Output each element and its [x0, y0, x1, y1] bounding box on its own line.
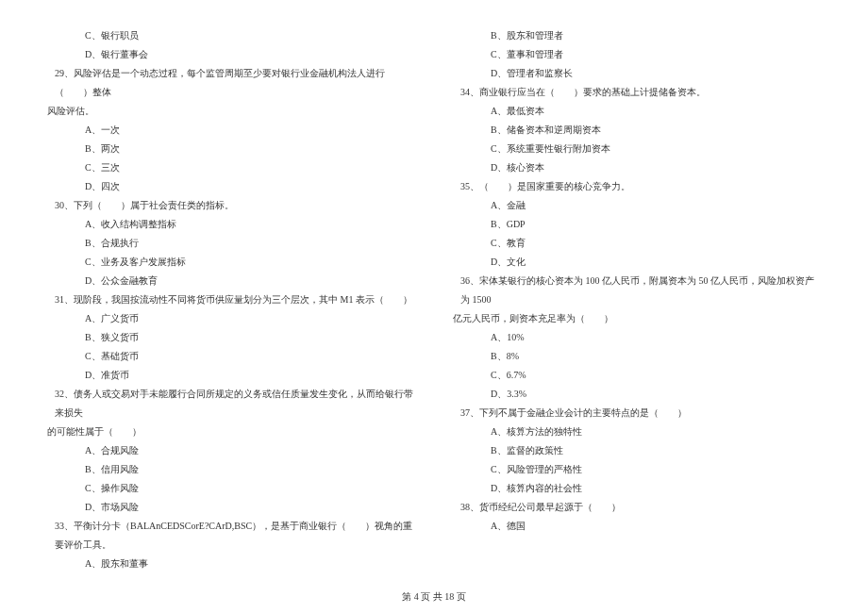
- option-34c: C、系统重要性银行附加资本: [453, 140, 821, 158]
- question-38: 38、货币经纪公司最早起源于（ ）: [453, 498, 821, 517]
- option-37d: D、核算内容的社会性: [453, 479, 821, 498]
- question-31: 31、现阶段，我国按流动性不同将货币供应量划分为三个层次，其中 M1 表示（ ）: [47, 290, 415, 309]
- option-29a: A、一次: [47, 121, 415, 140]
- option-29c: C、三次: [47, 158, 415, 177]
- option-36c: C、6.7%: [453, 366, 821, 385]
- option-32d: D、市场风险: [47, 498, 415, 517]
- option-32b: B、信用风险: [47, 460, 415, 479]
- option-30c: C、业务及客户发展指标: [47, 253, 415, 272]
- option-33d: D、管理者和监察长: [453, 64, 821, 83]
- option-35d: D、文化: [453, 253, 821, 272]
- question-29-cont: 风险评估。: [47, 102, 415, 121]
- question-32: 32、债务人或交易对手未能履行合同所规定的义务或信任质量发生变化，从而给银行带来…: [47, 385, 415, 422]
- option-36a: A、10%: [453, 328, 821, 347]
- question-29: 29、风险评估是一个动态过程，每个监管周期至少要对银行业金融机构法人进行（ ）整…: [47, 64, 415, 102]
- option-33b: B、股东和管理者: [453, 26, 821, 45]
- option-31c: C、基础货币: [47, 347, 415, 366]
- option-35c: C、教育: [453, 234, 821, 253]
- page-footer: 第 4 页 共 18 页: [0, 590, 868, 604]
- option-30d: D、公众金融教育: [47, 272, 415, 290]
- option-35b: B、GDP: [453, 215, 821, 234]
- question-35: 35、（ ）是国家重要的核心竞争力。: [453, 177, 821, 196]
- question-37: 37、下列不属于金融企业会计的主要特点的是（ ）: [453, 404, 821, 422]
- option-38a: A、德国: [453, 517, 821, 536]
- question-36-cont: 亿元人民币，则资本充足率为（ ）: [453, 309, 821, 328]
- option-28c: C、银行职员: [47, 26, 415, 45]
- option-30b: B、合规执行: [47, 234, 415, 253]
- option-30a: A、收入结构调整指标: [47, 215, 415, 234]
- option-37a: A、核算方法的独特性: [453, 422, 821, 441]
- question-30: 30、下列（ ）属于社会责任类的指标。: [47, 196, 415, 215]
- option-31d: D、准货币: [47, 366, 415, 385]
- option-31b: B、狭义货币: [47, 328, 415, 347]
- option-35a: A、金融: [453, 196, 821, 215]
- option-36b: B、8%: [453, 347, 821, 366]
- option-34b: B、储备资本和逆周期资本: [453, 121, 821, 140]
- option-33c: C、董事和管理者: [453, 45, 821, 64]
- option-31a: A、广义货币: [47, 309, 415, 328]
- option-34a: A、最低资本: [453, 102, 821, 121]
- option-28d: D、银行董事会: [47, 45, 415, 64]
- question-32-cont: 的可能性属于（ ）: [47, 422, 415, 441]
- option-32c: C、操作风险: [47, 479, 415, 498]
- question-36: 36、宋体某银行的核心资本为 100 亿人民币，附属资本为 50 亿人民币，风险…: [453, 272, 821, 309]
- option-29b: B、两次: [47, 140, 415, 158]
- option-32a: A、合规风险: [47, 441, 415, 460]
- question-34: 34、商业银行应当在（ ）要求的基础上计提储备资本。: [453, 83, 821, 102]
- option-37b: B、监督的政策性: [453, 441, 821, 460]
- option-37c: C、风险管理的严格性: [453, 460, 821, 479]
- option-36d: D、3.3%: [453, 385, 821, 404]
- right-column: B、股东和管理者 C、董事和管理者 D、管理者和监察长 34、商业银行应当在（ …: [453, 26, 821, 573]
- option-34d: D、核心资本: [453, 158, 821, 177]
- option-33a: A、股东和董事: [47, 555, 415, 573]
- question-33: 33、平衡计分卡（BALAnCEDSCorE?CArD,BSC），是基于商业银行…: [47, 517, 415, 555]
- option-29d: D、四次: [47, 177, 415, 196]
- left-column: C、银行职员 D、银行董事会 29、风险评估是一个动态过程，每个监管周期至少要对…: [47, 26, 415, 573]
